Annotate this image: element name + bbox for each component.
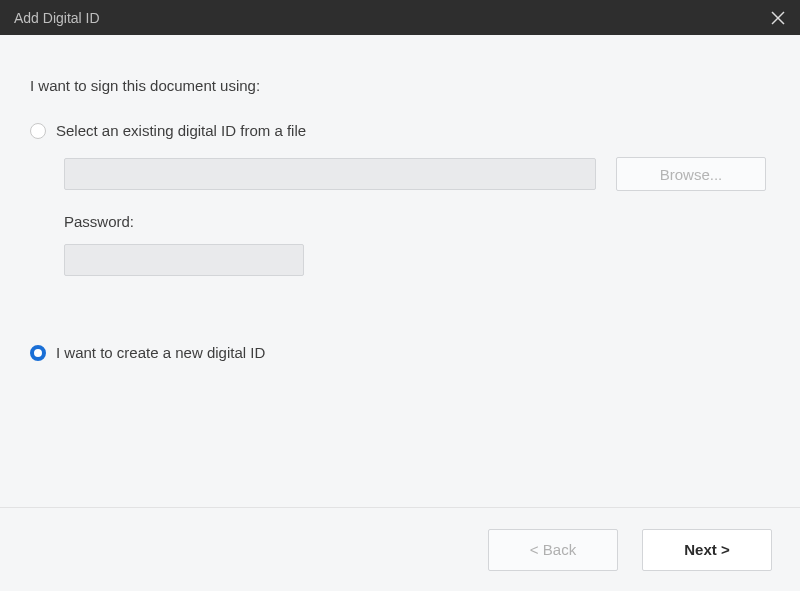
radio-create-label: I want to create a new digital ID	[56, 344, 265, 361]
next-button[interactable]: Next >	[642, 529, 772, 571]
radio-existing-id[interactable]: Select an existing digital ID from a fil…	[30, 122, 770, 139]
window-title: Add Digital ID	[14, 10, 100, 26]
file-row: Browse...	[30, 157, 770, 191]
radio-create-id[interactable]: I want to create a new digital ID	[30, 344, 770, 361]
radio-icon	[30, 123, 46, 139]
dialog-footer: < Back Next >	[0, 507, 800, 591]
dialog-content: I want to sign this document using: Sele…	[0, 35, 800, 507]
option-create-group: I want to create a new digital ID	[30, 344, 770, 361]
titlebar: Add Digital ID	[0, 0, 800, 35]
option-existing-group: Select an existing digital ID from a fil…	[30, 122, 770, 276]
radio-existing-label: Select an existing digital ID from a fil…	[56, 122, 306, 139]
password-input[interactable]	[64, 244, 304, 276]
password-label: Password:	[64, 213, 770, 230]
back-button[interactable]: < Back	[488, 529, 618, 571]
radio-icon	[30, 345, 46, 361]
prompt-label: I want to sign this document using:	[30, 77, 770, 94]
close-icon[interactable]	[768, 8, 788, 28]
browse-button[interactable]: Browse...	[616, 157, 766, 191]
password-section: Password:	[30, 213, 770, 276]
file-path-input[interactable]	[64, 158, 596, 190]
